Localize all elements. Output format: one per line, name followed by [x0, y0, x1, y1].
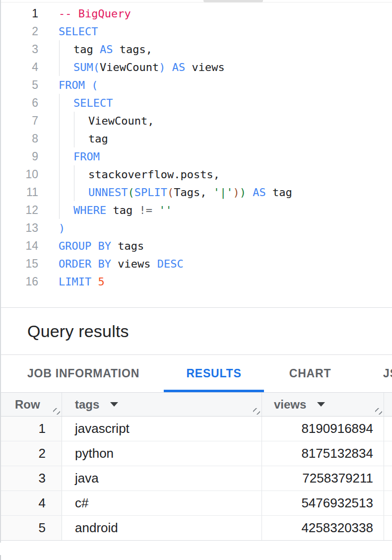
extra-cell: [384, 417, 392, 441]
tags-cell: c#: [62, 491, 262, 515]
token-id: Tags,: [174, 186, 213, 199]
token-p2: ): [240, 186, 246, 199]
tab-json[interactable]: JSON: [356, 355, 392, 392]
bigquery-query-page: 1-- BigQuery2SELECT3tag AS tags,4SUM(Vie…: [0, 0, 392, 560]
indent-guide: [74, 112, 74, 147]
token-kw: SPLIT: [134, 186, 167, 199]
tags-cell: javascript: [62, 417, 262, 441]
token-str: '|': [213, 186, 233, 199]
line-number: 10: [0, 165, 38, 183]
column-resize-handle[interactable]: [253, 408, 260, 415]
extra-cell: [384, 516, 392, 540]
tags-cell: android: [62, 516, 262, 540]
token-p3: (: [167, 186, 174, 199]
extra-cell: [384, 491, 392, 515]
token-kw: AS: [172, 61, 186, 73]
tab-label: RESULTS: [186, 367, 241, 380]
token-p1: (: [91, 79, 98, 91]
left-border: [0, 0, 1, 543]
code-line[interactable]: 5FROM (: [0, 76, 392, 94]
token-kw: GROUP BY: [59, 240, 111, 252]
token-id: views: [111, 258, 157, 270]
line-number: 1: [0, 4, 38, 22]
code-text: UNNEST(SPLIT(Tags, '|')) AS tag: [59, 184, 292, 202]
row-number-cell: 2: [0, 441, 62, 466]
sort-dropdown-icon[interactable]: [110, 402, 118, 407]
code-line[interactable]: 14GROUP BY tags: [0, 237, 392, 255]
row-number-cell: 5: [0, 516, 62, 540]
token-p3: ): [233, 186, 239, 199]
tab-results[interactable]: RESULTS: [164, 355, 264, 392]
token-id: tag: [106, 204, 139, 216]
token-id: tags: [111, 240, 144, 252]
indent-guide: [59, 40, 60, 76]
tags-cell: python: [62, 441, 262, 466]
token-id: stackoverflow.posts,: [88, 168, 220, 181]
token-kw: AS: [100, 43, 113, 56]
token-str: '': [159, 204, 172, 216]
code-line[interactable]: 16LIMIT 5: [0, 273, 392, 290]
footer-left-border: [0, 555, 1, 560]
table-row: 1javascript8190916894: [0, 417, 392, 441]
token-id: views: [185, 61, 224, 73]
token-id: tag: [73, 43, 100, 56]
active-tab-underline: [164, 390, 264, 392]
code-text: tag: [59, 130, 108, 148]
code-text: ViewCount,: [59, 112, 154, 130]
token-kw: LIMIT: [59, 276, 98, 288]
code-line[interactable]: 15ORDER BY views DESC: [0, 255, 392, 273]
token-kw: UNNEST: [88, 186, 128, 199]
query-results-header: Query results: [0, 308, 392, 355]
column-label: tags: [75, 398, 99, 412]
views-cell: 4258320338: [262, 516, 384, 540]
code-text: ORDER BY views DESC: [59, 255, 184, 273]
table-row: 4c#5476932513: [0, 491, 392, 516]
column-resize-handle[interactable]: [53, 408, 60, 415]
table-row: 2python8175132834: [0, 441, 392, 466]
line-number: 12: [0, 201, 38, 219]
tab-chart[interactable]: CHART: [279, 355, 341, 392]
indent-guide: [74, 165, 74, 201]
code-text: FROM (: [59, 76, 98, 94]
line-number: 15: [0, 255, 38, 273]
column-header-views[interactable]: views: [262, 393, 384, 416]
token-kw: FROM: [59, 79, 91, 91]
token-op: !=: [139, 204, 159, 216]
token-p2: (: [128, 186, 134, 199]
indent-guide: [59, 94, 60, 219]
sql-editor[interactable]: 1-- BigQuery2SELECT3tag AS tags,4SUM(Vie…: [0, 2, 392, 308]
tags-cell: java: [62, 466, 262, 490]
results-tabbar: JOB INFORMATIONRESULTSCHARTJSON: [0, 355, 392, 393]
token-comment: -- BigQuery: [59, 7, 131, 20]
code-text: SELECT: [59, 94, 113, 112]
token-id: [165, 61, 172, 73]
column-label: Row: [15, 398, 40, 412]
token-kw: ORDER BY: [59, 258, 111, 270]
token-kw: FROM: [73, 150, 100, 163]
sort-dropdown-icon[interactable]: [317, 402, 325, 407]
tab-job-information[interactable]: JOB INFORMATION: [18, 355, 149, 392]
token-kw: SUM: [73, 61, 93, 73]
line-number: 14: [0, 237, 38, 255]
code-line[interactable]: 1-- BigQuery: [0, 4, 392, 22]
views-cell: 5476932513: [262, 491, 384, 515]
table-row: 3java7258379211: [0, 466, 392, 491]
code-text: stackoverflow.posts,: [59, 166, 220, 184]
code-text: tag AS tags,: [59, 41, 152, 59]
column-header-row[interactable]: Row: [0, 393, 62, 416]
token-id: tag: [266, 186, 292, 199]
column-header-tags[interactable]: tags: [62, 393, 262, 416]
code-line[interactable]: 2SELECT: [0, 22, 392, 40]
token-id: tags,: [113, 43, 152, 56]
column-resize-handle[interactable]: [375, 408, 382, 415]
line-number: 2: [0, 22, 38, 40]
row-number-cell: 3: [0, 466, 62, 490]
tab-label: JOB INFORMATION: [27, 367, 139, 380]
line-number: 8: [0, 130, 38, 147]
code-line[interactable]: 13): [0, 219, 392, 237]
code-text: -- BigQuery: [59, 5, 131, 23]
code-text: WHERE tag != '': [59, 202, 172, 219]
token-kw: AS: [253, 186, 266, 199]
views-cell: 8175132834: [262, 441, 384, 466]
extra-cell: [384, 466, 392, 490]
